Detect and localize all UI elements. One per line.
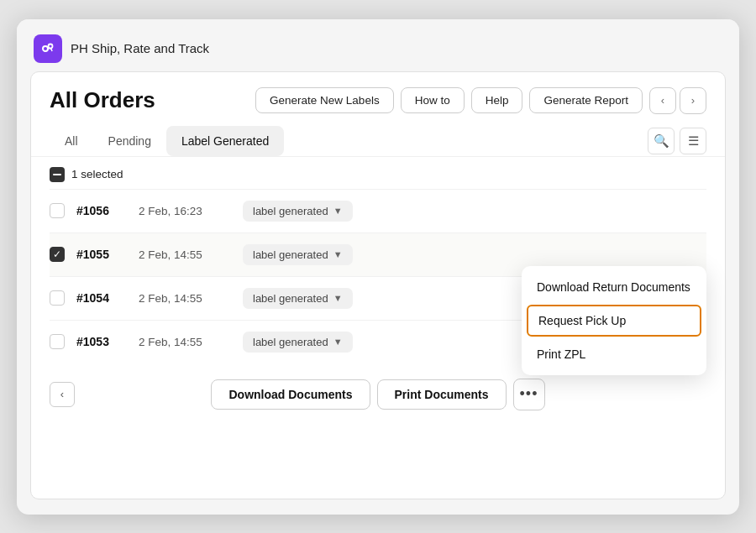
nav-arrows-row: ‹ › [649, 87, 706, 114]
order-1053-status[interactable]: label generated ▼ [243, 332, 353, 353]
chevron-down-icon: ▼ [333, 249, 343, 259]
main-content: All Orders Generate New Labels How to He… [30, 71, 726, 499]
filter-icon: ☰ [688, 133, 699, 149]
select-all-checkbox[interactable] [50, 167, 65, 182]
order-1054-checkbox[interactable] [50, 290, 65, 306]
dropdown-item-print-zpl[interactable]: Print ZPL [522, 338, 706, 370]
order-1056-id: #1056 [76, 204, 127, 217]
bottom-bar: ‹ Download Documents Print Documents •••… [31, 363, 725, 424]
help-button[interactable]: Help [471, 87, 523, 113]
tab-pending[interactable]: Pending [93, 126, 166, 156]
search-icon: 🔍 [654, 133, 669, 149]
tab-all[interactable]: All [50, 126, 93, 156]
dropdown-item-request-pickup[interactable]: Request Pick Up [527, 305, 701, 337]
dots-icon: ••• [520, 385, 538, 403]
download-documents-button[interactable]: Download Documents [211, 379, 370, 410]
app-name: PH Ship, Rate and Track [71, 41, 209, 55]
order-1054-date: 2 Feb, 14:55 [139, 292, 231, 305]
print-documents-button[interactable]: Print Documents [377, 379, 507, 410]
header-row: All Orders Generate New Labels How to He… [31, 72, 725, 126]
tab-actions: 🔍 ☰ [648, 128, 706, 154]
order-1056-checkbox[interactable] [50, 203, 65, 218]
app-logo [34, 34, 62, 63]
selection-bar: 1 selected [50, 157, 706, 189]
nav-next-button[interactable]: › [680, 87, 706, 114]
chevron-down-icon: ▼ [333, 206, 343, 216]
order-1056-status[interactable]: label generated ▼ [243, 201, 353, 222]
svg-point-0 [43, 46, 48, 51]
pagination-prev-button[interactable]: ‹ [50, 382, 75, 407]
app-window: PH Ship, Rate and Track All Orders Gener… [17, 19, 739, 515]
chevron-down-icon: ▼ [333, 337, 343, 347]
order-1053-date: 2 Feb, 14:55 [139, 336, 231, 348]
header-actions: Generate New Labels How to Help Generate… [255, 87, 706, 114]
order-1055-id: #1055 [76, 248, 127, 261]
chevron-down-icon: ▼ [333, 293, 343, 303]
tab-label-generated[interactable]: Label Generated [166, 126, 284, 156]
order-1056-date: 2 Feb, 16:23 [139, 205, 231, 217]
how-to-button[interactable]: How to [401, 87, 465, 113]
table-row: #1056 2 Feb, 16:23 label generated ▼ [50, 189, 706, 233]
order-1053-id: #1053 [76, 335, 127, 348]
order-1055-status[interactable]: label generated ▼ [243, 244, 353, 265]
search-button[interactable]: 🔍 [648, 128, 675, 154]
generate-report-button[interactable]: Generate Report [529, 87, 643, 113]
order-1054-id: #1054 [76, 291, 127, 305]
filter-button[interactable]: ☰ [680, 128, 706, 154]
selection-count: 1 selected [71, 168, 123, 180]
order-1054-status[interactable]: label generated ▼ [243, 288, 353, 309]
nav-prev-button[interactable]: ‹ [649, 87, 676, 114]
generate-labels-button[interactable]: Generate New Labels [255, 87, 394, 113]
order-1055-date: 2 Feb, 14:55 [139, 248, 231, 261]
order-1053-checkbox[interactable] [50, 334, 65, 349]
svg-point-1 [49, 44, 53, 48]
more-actions-button[interactable]: ••• [513, 379, 545, 410]
tabs-row: All Pending Label Generated 🔍 ☰ [31, 126, 725, 157]
dropdown-item-download-return[interactable]: Download Return Documents [522, 271, 706, 303]
order-1055-checkbox[interactable]: ✓ [50, 247, 65, 262]
dropdown-menu: Download Return Documents Request Pick U… [522, 266, 706, 375]
page-title: All Orders [50, 87, 155, 113]
tabs: All Pending Label Generated [50, 126, 284, 156]
title-bar: PH Ship, Rate and Track [17, 19, 739, 71]
